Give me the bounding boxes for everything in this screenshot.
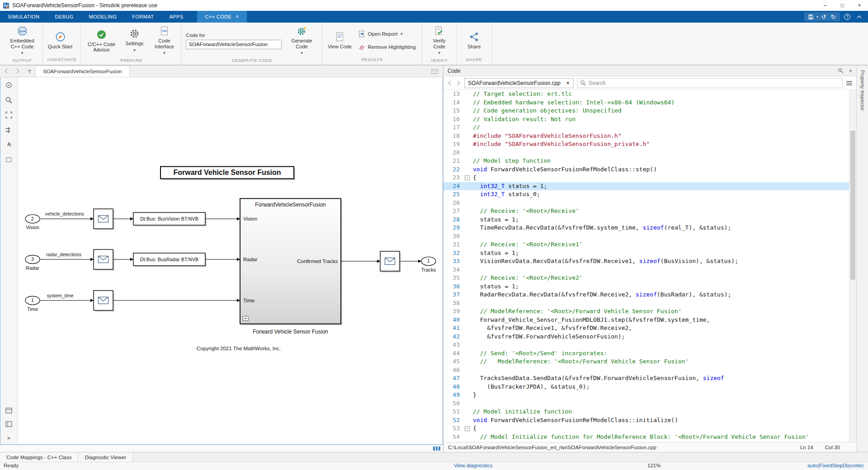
code-line-51[interactable]: 51// Model initialize function <box>443 408 849 416</box>
redo-icon[interactable]: ↻ <box>829 13 837 20</box>
line-number[interactable]: 48 <box>443 383 464 391</box>
code-line-35[interactable]: 35 // Receive: '<Root>/Receive2' <box>443 274 849 282</box>
code-line-54[interactable]: 54 // Model Initialize function for Mode… <box>443 433 849 442</box>
code-line-45[interactable]: 45 // ModelReference: '<Root>/Forward Ve… <box>443 357 849 366</box>
code-line-48[interactable]: 48 (BusTrackerJPDA), &status_0); <box>443 383 849 391</box>
zoom-icon[interactable] <box>5 96 13 104</box>
line-number[interactable]: 24 <box>443 182 464 191</box>
code-line-21[interactable]: 21// Model step function <box>443 157 849 165</box>
view-code-button[interactable]: View Code <box>326 30 353 51</box>
bus-converter-radar[interactable]: Dt:Bus: BusRadar BT:NVB <box>133 253 207 267</box>
code-line-24[interactable]: 24 int32_T status = 1; <box>443 182 849 191</box>
open-report-button[interactable]: Open Report ▼ <box>356 29 405 38</box>
line-number[interactable]: 29 <box>443 224 464 232</box>
code-line-52[interactable]: 52void ForwardVehicleSensorFusionRefMode… <box>443 416 849 425</box>
tab-debug[interactable]: DEBUG <box>47 11 81 23</box>
code-line-27[interactable]: 27 // Receive: '<Root>/Receive' <box>443 207 849 216</box>
fold-collapse-icon[interactable]: − <box>465 426 470 431</box>
model-reference-block[interactable]: ForwardVehicleSensorFusionVisionRadarTim… <box>240 198 342 334</box>
navigate-back-icon[interactable] <box>0 66 12 77</box>
remove-highlighting-button[interactable]: Remove Highlighting <box>356 42 417 52</box>
code-line-46[interactable]: 46 <box>443 366 849 375</box>
code-line-25[interactable]: 25 int32_T status_0; <box>443 190 849 199</box>
line-number[interactable]: 33 <box>443 257 464 266</box>
view-diagnostics-link[interactable]: View diagnostics <box>454 463 492 468</box>
fold-collapse-icon[interactable]: − <box>465 175 470 180</box>
save-icon[interactable] <box>807 13 815 20</box>
fold-column[interactable]: − <box>464 424 471 433</box>
code-line-14[interactable]: 14// Embedded hardware selection: Intel-… <box>443 99 849 107</box>
code-line-33[interactable]: 33 VisionRecvData.RecvData(&fvsfrefDW.Re… <box>443 257 849 266</box>
code-line-32[interactable]: 32 status = 1; <box>443 249 849 258</box>
code-line-40[interactable]: 40 Forward_Vehicle_Sensor_FusionMDLOBJ1.… <box>443 316 849 324</box>
code-line-38[interactable]: 38 <box>443 299 849 308</box>
code-line-13[interactable]: 13// Target selection: ert.tlc <box>443 90 849 99</box>
inport-vision[interactable]: 2Vision <box>25 215 40 230</box>
code-line-17[interactable]: 17// <box>443 123 849 132</box>
code-line-47[interactable]: 47 TracksSendData.SendData(&fvsfrefDW.Fo… <box>443 374 849 383</box>
help-icon[interactable]: ? <box>843 13 852 21</box>
line-number[interactable]: 25 <box>443 190 464 199</box>
code-line-41[interactable]: 41 &fvsfrefDW.Receive1, &fvsfrefDW.Recei… <box>443 324 849 333</box>
code-line-20[interactable]: 20 <box>443 149 849 157</box>
tab-modeling[interactable]: MODELING <box>81 11 125 23</box>
code-line-18[interactable]: 18#include "SOAForwardVehicleSensorFusio… <box>443 132 849 141</box>
line-number[interactable]: 42 <box>443 333 464 341</box>
inport-radar[interactable]: 3Radar <box>25 255 40 271</box>
close-tab-icon[interactable]: × <box>236 14 239 20</box>
settings-button[interactable]: Settings ▼ <box>121 27 147 55</box>
code-line-44[interactable]: 44 // Send: '<Root>/Send' incorporates: <box>443 349 849 358</box>
line-number[interactable]: 52 <box>443 416 464 425</box>
code-line-49[interactable]: 49} <box>443 391 849 400</box>
tab-diagnostic-viewer[interactable]: Diagnostic Viewer <box>78 452 133 462</box>
model-canvas[interactable]: Forward Vehicle Sensor Fusion2Visionvehi… <box>18 77 443 444</box>
menu-icon[interactable] <box>846 80 853 86</box>
code-line-22[interactable]: 22void ForwardVehicleSensorFusionRefMode… <box>443 165 849 174</box>
code-for-input[interactable] <box>186 40 282 49</box>
code-line-15[interactable]: 15// Code generation objectives: Unspeci… <box>443 107 849 115</box>
code-forward-icon[interactable] <box>456 80 461 86</box>
code-line-31[interactable]: 31 // Receive: '<Root>/Receive1' <box>443 240 849 249</box>
scrollbar-thumb[interactable] <box>850 131 855 280</box>
code-line-50[interactable]: 50 <box>443 400 849 408</box>
line-number[interactable]: 49 <box>443 391 464 400</box>
fit-to-view-icon[interactable] <box>5 111 13 119</box>
browse-icon[interactable] <box>5 81 13 89</box>
inport-time[interactable]: 1Time <box>25 296 40 311</box>
tab-apps[interactable]: APPS <box>161 11 191 23</box>
model-diagram[interactable]: Forward Vehicle Sensor Fusion2Visionvehi… <box>18 77 443 444</box>
tab-format[interactable]: FORMAT <box>124 11 161 23</box>
code-line-28[interactable]: 28 status = 1; <box>443 216 849 224</box>
splitter-handle[interactable] <box>433 446 440 451</box>
undo-icon[interactable]: ↺ <box>820 13 828 20</box>
embedded-cpp-code-button[interactable]: C++ Embedded C++ Code ▼ <box>6 24 38 58</box>
line-number[interactable]: 41 <box>443 324 464 333</box>
navigate-forward-icon[interactable] <box>12 66 24 77</box>
quick-start-button[interactable]: Quick Start <box>47 30 73 51</box>
code-line-36[interactable]: 36 status = 1; <box>443 282 849 291</box>
code-line-29[interactable]: 29 TimeRecvData.RecvData(&fvsfrefDW.syst… <box>443 224 849 232</box>
model-browser-icon[interactable] <box>5 420 13 428</box>
code-line-19[interactable]: 19#include "SOAForwardVehicleSensorFusio… <box>443 140 849 149</box>
canvas-controls-icon[interactable] <box>429 66 440 77</box>
line-number[interactable]: 37 <box>443 291 464 299</box>
send-block[interactable] <box>380 251 401 273</box>
line-number[interactable]: 40 <box>443 316 464 324</box>
tab-simulation[interactable]: SIMULATION <box>0 11 47 23</box>
minimize-button[interactable]: – <box>816 0 834 11</box>
annotation-icon[interactable]: A <box>5 141 13 149</box>
share-button[interactable]: Share <box>461 30 487 51</box>
code-back-icon[interactable] <box>447 80 453 86</box>
fold-column[interactable]: − <box>464 174 471 182</box>
verify-code-button[interactable]: Verify Code ▼ <box>426 24 453 58</box>
close-button[interactable]: × <box>851 0 868 11</box>
maximize-button[interactable]: □ <box>834 0 851 11</box>
code-line-37[interactable]: 37 RadarRecvData.RecvData(&fvsfrefDW.Rec… <box>443 291 849 299</box>
line-number[interactable]: 47 <box>443 374 464 383</box>
code-line-39[interactable]: 39 // ModelReference: '<Root>/Forward Ve… <box>443 307 849 316</box>
code-line-23[interactable]: 23−{ <box>443 174 849 182</box>
tab-cpp-code[interactable]: C++ CODE × <box>197 11 246 23</box>
code-line-30[interactable]: 30 <box>443 232 849 241</box>
code-line-26[interactable]: 26 <box>443 199 849 207</box>
close-code-panel-icon[interactable]: × <box>849 67 852 74</box>
